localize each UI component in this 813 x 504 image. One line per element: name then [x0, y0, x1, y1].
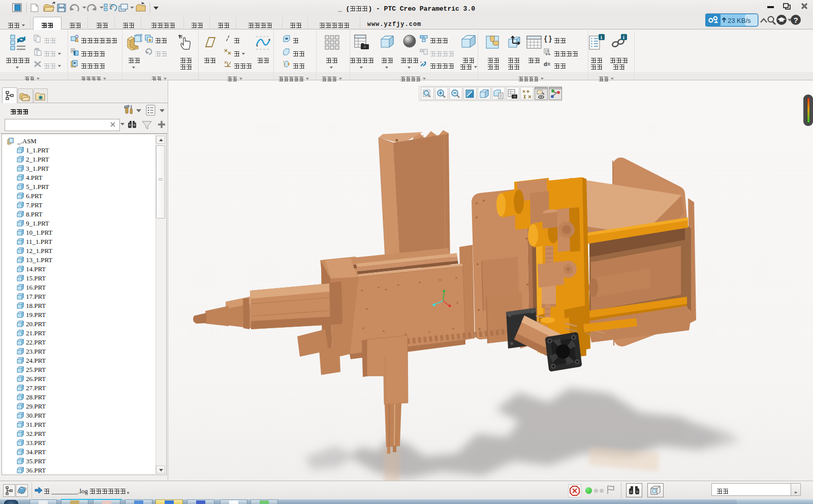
svg-text:{ }: { } [544, 35, 552, 43]
svg-text:?: ? [794, 16, 798, 24]
svg-text:i: i [623, 35, 624, 40]
svg-text:i: i [601, 35, 602, 40]
svg-text:d=: d= [544, 61, 550, 67]
svg-text:23 KB/s: 23 KB/s [728, 17, 751, 24]
svg-text:z: z [420, 60, 422, 64]
svg-text:15: 15 [545, 49, 549, 53]
